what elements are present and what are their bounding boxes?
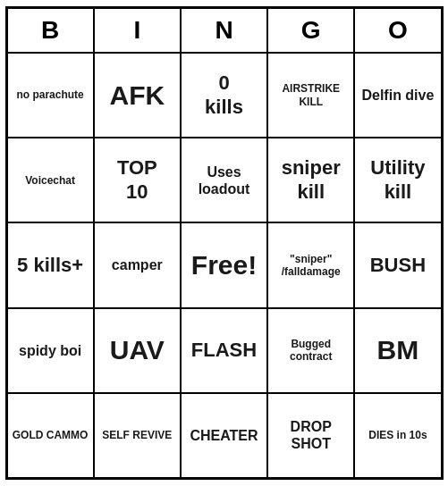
cell-1-4: Utility kill (355, 138, 440, 222)
header-letter-N: N (182, 9, 268, 52)
cell-2-3: "sniper" /falldamage (268, 223, 355, 306)
cell-0-3: AIRSTRIKE KILL (268, 54, 355, 137)
cell-0-1: AFK (95, 54, 182, 137)
cell-0-2: 0 kills (182, 54, 268, 137)
cell-3-1: UAV (95, 309, 182, 392)
cell-3-3: Bugged contract (268, 309, 355, 392)
bingo-card: BINGO no parachuteAFK0 killsAIRSTRIKE KI… (5, 6, 444, 480)
header-letter-G: G (268, 9, 355, 52)
grid-row-1: VoicechatTOP 10Uses loadoutsniper killUt… (8, 138, 441, 223)
grid-row-4: GOLD CAMMOSELF REVIVECHEATERDROP SHOTDIE… (8, 394, 441, 477)
cell-4-4: DIES in 10s (355, 394, 440, 477)
cell-1-1: TOP 10 (95, 138, 182, 222)
header-letter-O: O (355, 9, 440, 52)
bingo-header: BINGO (8, 9, 441, 54)
cell-3-4: BM (355, 309, 440, 392)
header-letter-I: I (95, 9, 182, 52)
cell-2-2: Free! (182, 223, 268, 306)
cell-2-4: BUSH (355, 223, 440, 306)
cell-1-3: sniper kill (268, 138, 355, 222)
grid-row-3: spidy boiUAVFLASHBugged contractBM (8, 309, 441, 394)
cell-0-0: no parachute (8, 54, 95, 137)
grid-row-0: no parachuteAFK0 killsAIRSTRIKE KILLDelf… (8, 54, 441, 138)
bingo-grid: no parachuteAFK0 killsAIRSTRIKE KILLDelf… (8, 54, 441, 477)
cell-3-2: FLASH (182, 309, 268, 392)
cell-4-3: DROP SHOT (268, 394, 355, 477)
cell-0-4: Delfin dive (355, 54, 440, 137)
cell-1-2: Uses loadout (182, 138, 268, 222)
header-letter-B: B (8, 9, 95, 52)
cell-4-0: GOLD CAMMO (8, 394, 95, 477)
cell-4-1: SELF REVIVE (95, 394, 182, 477)
cell-3-0: spidy boi (8, 309, 95, 392)
cell-1-0: Voicechat (8, 138, 95, 222)
cell-2-0: 5 kills+ (8, 223, 95, 306)
cell-4-2: CHEATER (182, 394, 268, 477)
grid-row-2: 5 kills+camperFree!"sniper" /falldamageB… (8, 223, 441, 308)
cell-2-1: camper (95, 223, 182, 306)
